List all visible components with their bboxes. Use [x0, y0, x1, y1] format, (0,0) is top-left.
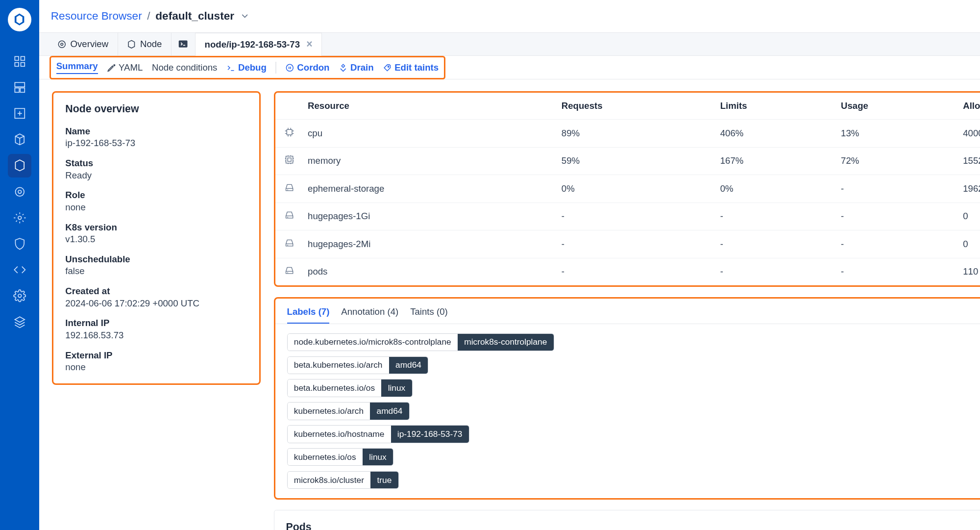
- disk-icon: [284, 238, 296, 248]
- svg-rect-1: [21, 56, 24, 60]
- label-chip: beta.kubernetes.io/oslinux: [287, 379, 413, 397]
- label-chip: kubernetes.io/oslinux: [287, 448, 394, 466]
- svg-point-13: [58, 41, 65, 48]
- action-cordon[interactable]: Cordon: [285, 62, 329, 73]
- pods-heading: Pods: [286, 521, 312, 530]
- layout-icon: [13, 81, 26, 94]
- shield-icon: [13, 237, 26, 251]
- value-external-ip: none: [65, 362, 247, 373]
- nav-resource-browser[interactable]: [8, 154, 31, 177]
- tab-terminal-shortcut[interactable]: [172, 33, 196, 56]
- svg-rect-6: [20, 88, 24, 92]
- table-row: ephemeral-storage0%0%-196292Mi197316Mi: [275, 175, 980, 203]
- tab-node[interactable]: Node: [118, 33, 172, 56]
- svg-point-9: [18, 190, 22, 194]
- nav-code[interactable]: [8, 258, 31, 282]
- cell-allocatable: 110: [954, 258, 980, 285]
- tab-node-conditions[interactable]: Node conditions: [152, 62, 217, 73]
- cell-limits: 167%: [711, 147, 832, 175]
- breadcrumb-separator: /: [147, 10, 150, 23]
- value-unschedulable: false: [65, 266, 247, 277]
- cell-requests: -: [552, 202, 711, 230]
- action-group-highlight: Summary YAML Node conditions Debug Cordo…: [49, 56, 445, 79]
- cell-resource: hugepages-2Mi: [298, 230, 552, 258]
- nav-gear1[interactable]: [8, 206, 31, 229]
- node-overview-card: Node overview Nameip-192-168-53-73 Statu…: [52, 91, 261, 384]
- app-logo[interactable]: [8, 8, 31, 31]
- label-value: microk8s-controlplane: [458, 334, 554, 351]
- nav-chart[interactable]: [8, 101, 31, 125]
- cell-requests: -: [552, 230, 711, 258]
- cpu-icon: [284, 127, 296, 137]
- terminal-icon: [226, 63, 236, 73]
- cell-allocatable: 0: [954, 202, 980, 230]
- nav-settings[interactable]: [8, 284, 31, 308]
- label-status: Status: [65, 158, 247, 169]
- tab-node-detail[interactable]: node/ip-192-168-53-73 ×: [196, 33, 322, 56]
- breadcrumb-current: default_cluster: [155, 10, 234, 23]
- tab-overview[interactable]: Overview: [48, 33, 118, 56]
- cell-usage: 72%: [832, 147, 954, 175]
- label-value: true: [370, 472, 398, 488]
- action-drain[interactable]: Drain: [339, 62, 374, 73]
- breadcrumb-root-link[interactable]: Resource Browser: [51, 10, 142, 23]
- nav-dashboard[interactable]: [8, 50, 31, 73]
- cell-limits: 406%: [711, 120, 832, 148]
- cell-usage: -: [832, 175, 954, 203]
- tab-yaml[interactable]: YAML: [107, 62, 143, 73]
- label-key: node.kubernetes.io/microk8s-controlplane: [288, 334, 458, 351]
- cell-allocatable: 0: [954, 230, 980, 258]
- label-chip: kubernetes.io/archamd64: [287, 402, 410, 420]
- left-nav-sidebar: [0, 0, 39, 530]
- gear-icon: [13, 211, 26, 225]
- devtron-logo-icon: [12, 12, 26, 26]
- cell-allocatable: 196292Mi: [954, 175, 980, 203]
- svg-rect-0: [15, 56, 19, 60]
- nav-cube1[interactable]: [8, 128, 31, 151]
- top-bar: Resource Browser / default_cluster Creat…: [39, 0, 980, 33]
- chevron-down-icon[interactable]: [240, 11, 250, 21]
- label-k8s-version: K8s version: [65, 222, 247, 233]
- svg-rect-5: [15, 88, 19, 92]
- col-allocatable: Allocatable: [954, 93, 980, 119]
- labels-card: Labels (7) Annotation (4) Taints (0) nod…: [274, 297, 980, 500]
- cell-resource: hugepages-1Gi: [298, 202, 552, 230]
- svg-rect-19: [286, 156, 293, 163]
- col-resource: Resource: [298, 93, 552, 119]
- nav-stack[interactable]: [8, 310, 31, 334]
- close-icon[interactable]: ×: [306, 38, 312, 50]
- drain-icon: [339, 63, 348, 73]
- label-chip: kubernetes.io/hostnameip-192-168-53-73: [287, 425, 469, 443]
- cell-limits: -: [711, 202, 832, 230]
- layers-icon: [13, 316, 26, 329]
- table-row: cpu89%406%13%4000m4000m: [275, 120, 980, 148]
- label-chip: beta.kubernetes.io/archamd64: [287, 356, 429, 374]
- tab-summary[interactable]: Summary: [56, 61, 98, 74]
- metatab-annotations[interactable]: Annotation (4): [341, 306, 398, 324]
- nav-apps[interactable]: [8, 76, 31, 99]
- tag-edit-icon: [383, 63, 392, 73]
- cell-usage: 13%: [832, 120, 954, 148]
- mem-icon: [284, 154, 296, 165]
- action-debug[interactable]: Debug: [226, 62, 267, 73]
- nav-target[interactable]: [8, 180, 31, 203]
- disk-icon: [284, 265, 296, 276]
- action-edit-taints[interactable]: Edit taints: [383, 62, 439, 73]
- svg-point-8: [15, 187, 24, 196]
- label-key: kubernetes.io/os: [288, 449, 363, 465]
- cell-requests: 0%: [552, 175, 711, 203]
- metatab-labels[interactable]: Labels (7): [287, 306, 330, 324]
- value-name: ip-192-168-53-73: [65, 138, 247, 149]
- target-icon: [13, 185, 26, 199]
- label-name: Name: [65, 126, 247, 137]
- value-k8s-version: v1.30.5: [65, 234, 247, 245]
- cube-icon: [13, 133, 26, 146]
- nav-shield[interactable]: [8, 232, 31, 255]
- cell-allocatable: 4000m: [954, 120, 980, 148]
- svg-rect-18: [287, 129, 293, 135]
- label-chip: node.kubernetes.io/microk8s-controlplane…: [287, 333, 554, 351]
- label-external-ip: External IP: [65, 350, 247, 361]
- label-key: microk8s.io/cluster: [288, 472, 371, 488]
- resource-table: Resource Requests Limits Usage Allocatab…: [275, 93, 980, 285]
- metatab-taints[interactable]: Taints (0): [410, 306, 448, 324]
